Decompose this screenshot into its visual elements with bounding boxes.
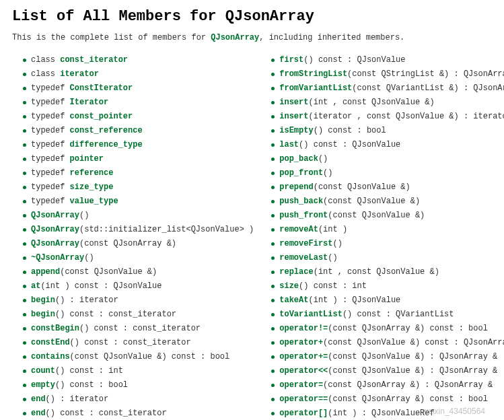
member-link[interactable]: insert (279, 112, 308, 121)
member-link[interactable]: QJsonArray (31, 211, 79, 220)
member-link[interactable]: constBegin (31, 324, 79, 333)
member-link[interactable]: end (31, 409, 46, 418)
list-item: replace(int , const QJsonValue &) (279, 265, 504, 279)
member-link[interactable]: begin (31, 295, 55, 305)
member-signature: () const : int (55, 366, 123, 376)
list-item: begin() const : const_iterator (31, 308, 254, 322)
member-link[interactable]: QJsonArray (31, 239, 79, 248)
member-link[interactable]: difference_type (70, 140, 143, 149)
member-signature: (iterator , const QJsonValue &) : iterat… (308, 112, 504, 121)
member-link[interactable]: insert (279, 98, 308, 107)
member-link[interactable]: const_iterator (60, 55, 128, 65)
member-link[interactable]: begin (31, 310, 55, 319)
list-item: fromStringList(const QStringList &) : QJ… (279, 67, 504, 81)
member-keyword: typedef (31, 154, 70, 164)
member-signature: (int ) (318, 225, 347, 234)
list-item: isEmpty() const : bool (279, 124, 504, 138)
list-item: end() : iterator (31, 392, 254, 407)
member-link[interactable]: contains (31, 352, 70, 361)
member-keyword: typedef (31, 197, 70, 206)
member-link[interactable]: iterator (60, 69, 99, 79)
member-signature: () const : QJsonValue (303, 55, 405, 65)
list-item: first() const : QJsonValue (279, 53, 504, 67)
member-link[interactable]: count (31, 366, 55, 376)
member-link[interactable]: size_type (70, 182, 114, 192)
member-link[interactable]: fromStringList (279, 69, 347, 79)
member-link[interactable]: prepend (279, 182, 313, 192)
member-signature: (const QJsonValue &) (314, 182, 410, 192)
list-item: insert(int , const QJsonValue &) (279, 96, 504, 110)
member-link[interactable]: end (31, 394, 46, 404)
member-signature: () const : QJsonValue (299, 140, 400, 149)
intro-paragraph: This is the complete list of members for… (12, 33, 492, 42)
member-link[interactable]: size (279, 281, 299, 291)
list-item: class iterator (31, 67, 254, 81)
list-item: takeAt(int ) : QJsonValue (279, 293, 504, 308)
list-item: typedef pointer (31, 152, 254, 166)
member-signature: (int , const QJsonValue &) (308, 98, 434, 107)
member-link[interactable]: fromVariantList (279, 83, 352, 93)
member-link[interactable]: QJsonArray (31, 225, 79, 234)
member-link[interactable]: empty (31, 380, 55, 390)
list-item: typedef reference (31, 166, 254, 180)
member-link[interactable]: toVariantList (279, 310, 343, 319)
member-link[interactable]: reference (70, 168, 114, 178)
member-signature: () (332, 239, 342, 248)
list-item: typedef ConstIterator (31, 81, 254, 96)
member-link[interactable]: operator!= (279, 324, 328, 333)
list-item: QJsonArray() (31, 209, 254, 223)
member-link[interactable]: isEmpty (279, 126, 313, 135)
intro-link[interactable]: QJsonArray (211, 33, 259, 42)
member-link[interactable]: removeLast (279, 253, 328, 262)
member-link[interactable]: removeAt (279, 225, 318, 234)
member-link[interactable]: value_type (70, 197, 118, 206)
member-link[interactable]: operator== (279, 394, 328, 404)
member-link[interactable]: removeFirst (279, 239, 332, 248)
list-item: typedef size_type (31, 180, 254, 195)
member-link[interactable]: append (31, 267, 60, 277)
member-link[interactable]: pointer (70, 154, 104, 164)
member-link[interactable]: const_reference (70, 126, 143, 135)
member-signature: (const QJsonArray &) : QJsonArray & (323, 380, 493, 390)
member-signature: (int ) : QJsonValueRef (328, 409, 434, 418)
list-item: pop_back() (279, 152, 504, 166)
member-link[interactable]: operator+ (279, 338, 323, 347)
list-item: pop_front() (279, 166, 504, 180)
member-signature: () const : const_iterator (55, 310, 176, 319)
member-signature: () (328, 253, 337, 262)
member-list-right: first() const : QJsonValuefromStringList… (260, 53, 504, 420)
member-keyword: typedef (31, 112, 70, 121)
member-link[interactable]: takeAt (279, 295, 308, 305)
member-signature: () (323, 168, 332, 178)
list-item: removeAt(int ) (279, 223, 504, 237)
member-link[interactable]: pop_front (279, 168, 323, 178)
list-item: toVariantList() const : QVariantList (279, 308, 504, 322)
member-link[interactable]: operator+= (279, 352, 328, 361)
list-item: push_front(const QJsonValue &) (279, 209, 504, 223)
member-signature: (const QVariantList &) : QJsonArray (352, 83, 504, 93)
member-link[interactable]: pop_back (279, 154, 318, 164)
member-link[interactable]: first (279, 55, 303, 65)
member-list-left: class const_iteratorclass iteratortypede… (12, 53, 254, 420)
member-signature: () const : const_iterator (70, 338, 191, 347)
member-link[interactable]: const_pointer (70, 112, 133, 121)
member-signature: (const QJsonValue &) (328, 211, 425, 220)
member-link[interactable]: operator[] (279, 409, 328, 418)
member-link[interactable]: at (31, 281, 40, 291)
member-link[interactable]: operator= (279, 380, 323, 390)
member-link[interactable]: ConstIterator (70, 83, 133, 93)
member-link[interactable]: push_back (279, 197, 323, 206)
list-item: class const_iterator (31, 53, 254, 67)
member-signature: (const QJsonValue &) (60, 267, 157, 277)
member-link[interactable]: push_front (279, 211, 328, 220)
list-item: operator[](int ) : QJsonValueRef (279, 407, 504, 420)
member-link[interactable]: Iterator (70, 98, 109, 107)
page-title: List of All Members for QJsonArray (12, 8, 492, 25)
member-link[interactable]: operator<< (279, 366, 328, 376)
member-link[interactable]: replace (279, 267, 313, 277)
member-keyword: typedef (31, 83, 70, 93)
list-item: typedef Iterator (31, 96, 254, 110)
member-link[interactable]: constEnd (31, 338, 70, 347)
member-link[interactable]: ~QJsonArray (31, 253, 84, 262)
member-link[interactable]: last (279, 140, 299, 149)
